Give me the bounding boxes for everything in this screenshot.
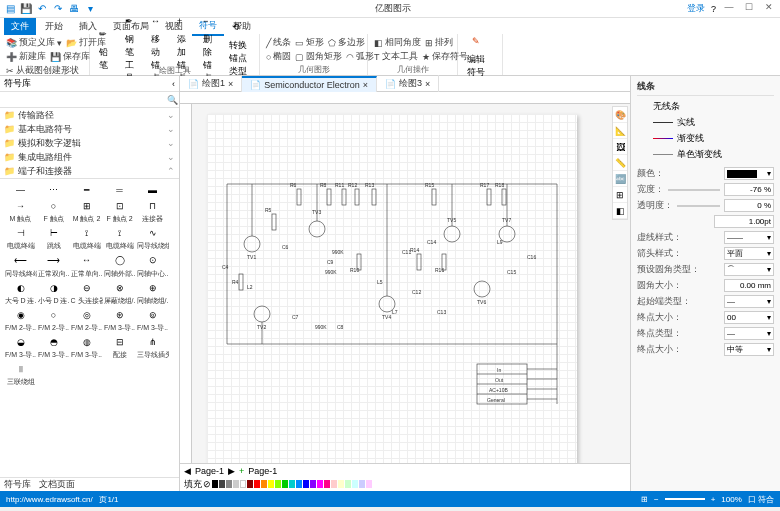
symbol-item[interactable]: ◯ [108,253,132,267]
symbol-item[interactable]: ◍ [75,335,99,349]
ribbon-oval[interactable]: ○ 椭圆 [266,50,291,63]
color-swatch[interactable] [352,480,358,488]
width-slider[interactable] [668,189,720,191]
vtool-item[interactable]: 🎨 [613,107,627,123]
symbol-item[interactable]: → [9,199,33,213]
symbol-item[interactable]: ⊖ [75,281,99,295]
color-swatch[interactable] [296,480,302,488]
color-swatch[interactable] [219,480,225,488]
color-swatch[interactable] [254,480,260,488]
arrow-select[interactable]: 平面▾ [724,247,774,260]
symbol-item[interactable]: ∿ [141,226,165,240]
width-input[interactable] [724,183,774,196]
edit-symbol-button[interactable]: ✎编辑符号 [464,36,496,79]
symbol-item[interactable]: ○ [42,308,66,322]
ribbon-rect[interactable]: ▭ 矩形 [295,36,324,49]
symbol-item[interactable]: ⊓ [141,199,165,213]
symbol-item[interactable]: ◉ [9,308,33,322]
symbol-item[interactable]: ◐ [9,281,33,295]
close-icon[interactable]: × [425,79,430,89]
color-swatch[interactable] [345,480,351,488]
ribbon-poly[interactable]: ⬠ 多边形 [328,36,365,49]
tab-file[interactable]: 文件 [4,18,36,35]
status-url[interactable]: http://www.edrawsoft.cn/ [6,495,93,504]
line-style-option[interactable]: 实线 [653,116,774,129]
symbol-item[interactable]: ⋔ [141,335,165,349]
dash-select[interactable]: ——▾ [724,231,774,244]
symbol-item[interactable]: ⊞ [75,199,99,213]
qat-chevron-down-icon[interactable]: ▾ [84,3,96,15]
qat-print-icon[interactable]: 🖶 [68,3,80,15]
vtool-item[interactable]: ⊞ [613,187,627,203]
color-swatch[interactable] [303,480,309,488]
symbol-item[interactable]: ⊚ [141,308,165,322]
prev-page-icon[interactable]: ◀ [184,466,191,476]
maximize-button[interactable]: ☐ [742,2,756,16]
symbol-item[interactable]: ○ [42,199,66,213]
symbol-item[interactable]: ⊢ [42,226,66,240]
ribbon-arrange[interactable]: ⊞ 排列 [425,36,453,49]
ribbon-new-lib[interactable]: ➕ 新建库 [6,50,46,63]
line-style-option[interactable]: 无线条 [653,100,774,113]
vtool-item[interactable]: 📏 [613,155,627,171]
vtool-item[interactable]: ◧ [613,203,627,219]
symbol-item[interactable]: ⟵ [9,253,33,267]
category-item[interactable]: 📁集成电路组件⌄ [0,150,179,164]
trans-slider[interactable] [677,205,720,207]
vtool-item[interactable]: 🔤 [613,171,627,187]
chevron-left-icon[interactable]: ‹ [172,79,175,89]
qat-undo-icon[interactable]: ↶ [36,3,48,15]
symbol-item[interactable]: ━ [75,183,99,197]
close-button[interactable]: ✕ [762,2,776,16]
line-style-option[interactable]: 单色渐变线 [653,148,774,161]
fit-button[interactable]: 口 符合 [748,494,774,505]
start-size-select[interactable]: 00▾ [724,311,774,324]
zoom-in-icon[interactable]: + [711,495,716,504]
ribbon-save-lib[interactable]: 💾 保存库 [50,50,90,63]
close-icon[interactable]: × [228,79,233,89]
color-swatch[interactable] [247,480,253,488]
category-item[interactable]: 📁端子和连接器⌃ [0,164,179,178]
color-swatch[interactable] [282,480,288,488]
ribbon-rrect[interactable]: ▢ 圆角矩形 [295,50,342,63]
color-swatch[interactable] [261,480,267,488]
symbol-item[interactable]: ⟟ [75,226,99,240]
color-swatch[interactable] [317,480,323,488]
color-swatch[interactable] [268,480,274,488]
symbol-item[interactable]: ⟶ [42,253,66,267]
add-page-icon[interactable]: + [239,466,244,476]
symbol-item[interactable]: ⟟ [108,226,132,240]
round-input[interactable] [724,279,774,292]
color-swatch[interactable] [366,480,372,488]
color-swatch[interactable] [240,480,246,488]
weight-input[interactable] [714,215,774,228]
color-swatch[interactable] [275,480,281,488]
ribbon-text[interactable]: T 文本工具 [374,50,418,63]
no-fill-icon[interactable]: ⊘ [203,479,211,489]
qat-redo-icon[interactable]: ↷ [52,3,64,15]
symbol-item[interactable]: — [9,183,33,197]
symbol-item[interactable]: ⊕ [141,281,165,295]
vtool-item[interactable]: 🖼 [613,139,627,155]
ribbon-line[interactable]: ╱ 线条 [266,36,291,49]
zoom-value[interactable]: 100% [721,495,741,504]
doc-tab[interactable]: 📄Semiconductor Electron× [242,76,377,92]
symbol-item[interactable]: ⊛ [108,308,132,322]
status-icon[interactable]: ⊞ [641,495,648,504]
preset-select[interactable]: ⌒▾ [724,263,774,276]
qat-menu-icon[interactable]: ▤ [4,3,16,15]
start-type-select[interactable]: —▾ [724,295,774,308]
minimize-button[interactable]: — [722,2,736,16]
color-swatch[interactable] [338,480,344,488]
color-swatch[interactable] [359,480,365,488]
search-icon[interactable]: 🔍 [165,95,179,105]
color-swatch[interactable] [310,480,316,488]
trans-input[interactable] [724,199,774,212]
page[interactable]: TV1 TV2 TV3 TV4 TV5 TV6 TV7 R4 R5 R6 R8 … [207,114,577,463]
line-style-option[interactable]: 渐变线 [653,132,774,145]
page-tab[interactable]: Page-1 [195,466,224,476]
doc-tab[interactable]: 📄绘图1× [180,75,242,92]
category-item[interactable]: 📁基本电路符号⌄ [0,122,179,136]
ribbon-predef-lib[interactable]: 📚 预定义库 ▾ [6,36,62,49]
symbol-search-input[interactable] [0,95,165,105]
